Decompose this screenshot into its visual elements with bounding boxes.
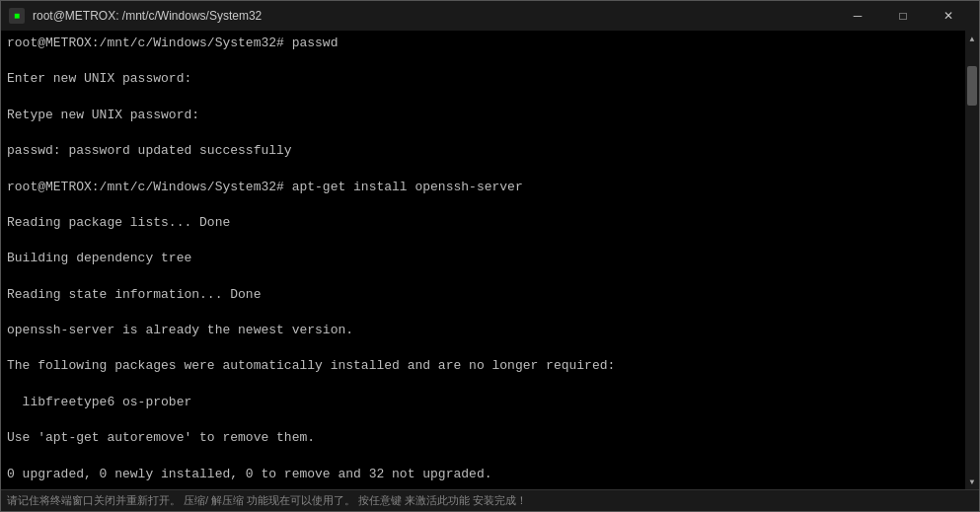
title-bar-text: root@METROX: /mnt/c/Windows/System32 xyxy=(33,9,835,23)
terminal-line: The following packages were automaticall… xyxy=(7,357,961,375)
terminal-line: 0 upgraded, 0 newly installed, 0 to remo… xyxy=(7,466,961,483)
status-bar-text: 请记住将终端窗口关闭并重新打开。 压缩/ 解压缩 功能现在可以使用了。 按任意键… xyxy=(7,493,527,508)
scroll-up-arrow[interactable]: ▲ xyxy=(965,31,979,46)
terminal-line: Reading package lists... Done xyxy=(7,214,961,232)
scrollbar[interactable]: ▲ ▼ xyxy=(965,31,979,489)
minimize-button[interactable]: ─ xyxy=(835,1,880,31)
terminal-line: Retype new UNIX password: xyxy=(7,107,961,124)
maximize-button[interactable]: □ xyxy=(880,1,926,31)
scroll-down-arrow[interactable]: ▼ xyxy=(965,474,979,489)
close-button[interactable]: ✕ xyxy=(926,1,971,31)
terminal-window: ■ root@METROX: /mnt/c/Windows/System32 ─… xyxy=(0,0,980,512)
terminal-line: Reading state information... Done xyxy=(7,286,961,304)
scrollbar-thumb[interactable] xyxy=(967,66,977,106)
terminal-output[interactable]: root@METROX:/mnt/c/Windows/System32# pas… xyxy=(1,31,965,489)
terminal-line: root@METROX:/mnt/c/Windows/System32# pas… xyxy=(7,35,961,52)
terminal-line: libfreetype6 os-prober xyxy=(7,394,961,411)
terminal-line: passwd: password updated successfully xyxy=(7,142,961,160)
terminal-body: root@METROX:/mnt/c/Windows/System32# pas… xyxy=(1,31,979,489)
terminal-line: root@METROX:/mnt/c/Windows/System32# apt… xyxy=(7,179,961,196)
title-bar: ■ root@METROX: /mnt/c/Windows/System32 ─… xyxy=(1,1,979,31)
terminal-line: Enter new UNIX password: xyxy=(7,70,961,88)
terminal-icon: ■ xyxy=(9,8,25,24)
status-bar: 请记住将终端窗口关闭并重新打开。 压缩/ 解压缩 功能现在可以使用了。 按任意键… xyxy=(1,489,979,511)
terminal-line: Use 'apt-get autoremove' to remove them. xyxy=(7,429,961,447)
terminal-line: Building dependency tree xyxy=(7,250,961,267)
title-bar-controls: ─ □ ✕ xyxy=(835,1,971,31)
terminal-line: openssh-server is already the newest ver… xyxy=(7,322,961,339)
